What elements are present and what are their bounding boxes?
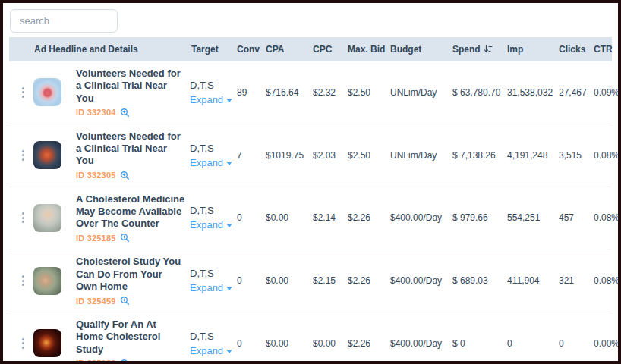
chevron-down-icon (226, 162, 232, 165)
column-header-spend-label: Spend (452, 44, 481, 55)
expand-toggle[interactable]: Expand (190, 157, 235, 168)
ad-thumbnail (33, 267, 61, 295)
ad-thumbnail (33, 141, 61, 169)
conv-value: 0 (235, 338, 264, 349)
imp-value: 411,904 (506, 275, 557, 286)
zoom-preview-icon[interactable] (120, 108, 130, 118)
budget-value: $400.00/Day (389, 338, 451, 349)
spend-value: $ 689.03 (451, 275, 506, 286)
spend-value: $ 979.66 (451, 212, 506, 223)
budget-value: $400.00/Day (389, 275, 451, 286)
ad-thumbnail (33, 329, 61, 357)
expand-toggle[interactable]: Expand (190, 94, 235, 105)
expand-label: Expand (190, 282, 223, 293)
ad-id-label: ID 325459 (76, 297, 116, 306)
column-header-target[interactable]: Target (190, 44, 235, 55)
table-row: Cholesterol Study You Can Do From Your O… (9, 249, 612, 312)
ad-headline[interactable]: Qualify For An At Home Cholesterol Study (76, 318, 185, 356)
ad-thumbnail (33, 204, 61, 232)
row-menu-button[interactable] (9, 249, 32, 312)
cpc-value: $2.14 (311, 212, 346, 223)
expand-toggle[interactable]: Expand (190, 219, 235, 231)
table-row: Qualify For An At Home Cholesterol Study… (9, 312, 612, 364)
cpc-value: $2.32 (311, 87, 346, 98)
budget-value: UNLim/Day (389, 87, 451, 98)
table-row: A Cholesterol Medicine May Become Availa… (9, 187, 612, 250)
zoom-preview-icon[interactable] (120, 233, 130, 243)
expand-label: Expand (190, 94, 223, 105)
chevron-down-icon (226, 350, 232, 353)
column-header-cpa[interactable]: CPA (264, 44, 311, 55)
ctr-value: 0.09% (592, 87, 621, 98)
column-header-clicks[interactable]: Clicks (557, 44, 592, 55)
imp-value: 554,251 (506, 212, 557, 223)
clicks-value: 321 (557, 275, 592, 286)
cpa-value: $716.64 (264, 87, 311, 98)
clicks-value: 0 (557, 338, 592, 349)
conv-value: 89 (235, 87, 264, 98)
ad-headline[interactable]: Cholesterol Study You Can Do From Your O… (76, 256, 185, 293)
ad-id-label: ID 325183 (76, 359, 116, 364)
row-menu-button[interactable] (9, 61, 32, 124)
clicks-value: 3,515 (557, 150, 592, 161)
expand-label: Expand (190, 219, 223, 231)
column-header-ad[interactable]: Ad Headline and Details (32, 44, 190, 55)
zoom-preview-icon[interactable] (120, 171, 130, 180)
target-value: D,T,S (190, 80, 235, 91)
column-header-max-bid[interactable]: Max. Bid (346, 44, 389, 55)
expand-label: Expand (190, 345, 223, 356)
top-toolbar (3, 3, 618, 37)
column-header-budget[interactable]: Budget (389, 44, 451, 55)
row-menu-button[interactable] (9, 187, 32, 249)
table-row: Volunteers Needed for a Clinical Trial N… (9, 61, 612, 124)
ad-headline[interactable]: Volunteers Needed for a Clinical Trial N… (76, 130, 185, 168)
imp-value: 31,538,032 (506, 87, 557, 98)
chevron-down-icon (226, 287, 232, 290)
ad-id-label: ID 332304 (76, 108, 116, 117)
column-header-conv[interactable]: Conv (235, 44, 264, 55)
cpa-value: $0.00 (264, 212, 311, 223)
max-bid-value: $2.50 (346, 150, 389, 161)
zoom-preview-icon[interactable] (120, 359, 130, 364)
ad-headline[interactable]: A Cholesterol Medicine May Become Availa… (76, 193, 185, 231)
row-menu-button[interactable] (9, 124, 32, 187)
ad-headline[interactable]: Volunteers Needed for a Clinical Trial N… (76, 67, 185, 105)
column-header-imp[interactable]: Imp (506, 44, 557, 55)
chevron-down-icon (226, 224, 232, 228)
column-header-cpc[interactable]: CPC (311, 44, 346, 55)
conv-value: 0 (235, 275, 264, 286)
row-menu-button[interactable] (9, 312, 32, 364)
target-value: D,T,S (190, 205, 235, 216)
spend-value: $ 63,780.70 (451, 87, 506, 98)
target-value: D,T,S (190, 143, 235, 154)
cpc-value: $2.15 (311, 275, 346, 286)
search-input[interactable] (10, 9, 118, 33)
chevron-down-icon (226, 99, 232, 102)
budget-value: $400.00/Day (389, 212, 451, 223)
cpa-value: $0.00 (264, 275, 311, 286)
conv-value: 7 (235, 150, 264, 161)
imp-value: 4,191,248 (506, 150, 557, 161)
expand-label: Expand (190, 157, 223, 168)
max-bid-value: $2.26 (346, 338, 389, 349)
conv-value: 0 (235, 212, 264, 223)
ad-id-label: ID 332305 (76, 171, 116, 180)
cpc-value: $0.00 (311, 338, 346, 349)
ctr-value: 0.08% (592, 275, 621, 286)
sort-amount-down-icon (484, 45, 493, 54)
expand-toggle[interactable]: Expand (190, 345, 235, 356)
target-value: D,T,S (190, 331, 235, 342)
zoom-preview-icon[interactable] (120, 296, 130, 306)
spend-value: $ 7,138.26 (451, 150, 506, 161)
table-row: Volunteers Needed for a Clinical Trial N… (9, 124, 612, 187)
column-header-ctr[interactable]: CTR (592, 44, 614, 55)
column-header-spend[interactable]: Spend (451, 44, 506, 55)
clicks-value: 27,467 (557, 87, 592, 98)
ctr-value: 0.08% (592, 212, 621, 223)
ad-thumbnail (33, 78, 61, 106)
expand-toggle[interactable]: Expand (190, 282, 235, 293)
clicks-value: 457 (557, 212, 592, 223)
budget-value: UNLim/Day (389, 150, 451, 161)
ctr-value: 0.00% (592, 338, 621, 349)
imp-value: 0 (506, 338, 557, 349)
